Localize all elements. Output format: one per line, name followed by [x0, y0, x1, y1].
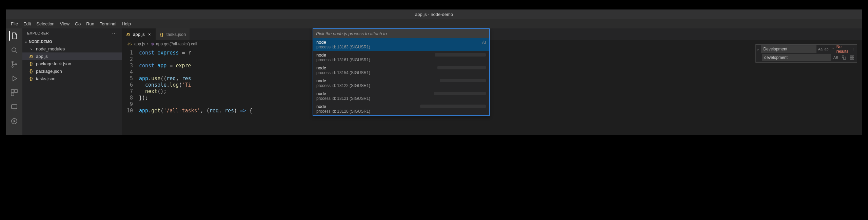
explorer-icon[interactable]	[9, 31, 19, 41]
match-case-icon[interactable]: Aa	[818, 46, 823, 52]
svg-rect-10	[850, 56, 852, 57]
chevron-right-icon: ›	[28, 46, 34, 51]
find-results: No results	[836, 44, 849, 54]
quick-pick: node/uprocess id: 13163 (SIGUSR1)nodepro…	[313, 28, 490, 116]
js-file-icon: JS	[28, 54, 34, 58]
process-item[interactable]: nodeprocess id: 13154 (SIGUSR1)	[313, 64, 489, 77]
close-icon[interactable]: ×	[147, 32, 152, 37]
file-label: tasks.json	[36, 76, 56, 81]
menu-file[interactable]: File	[8, 20, 21, 28]
json-file-icon: {}	[28, 69, 34, 73]
process-detail: process id: 13161 (SIGUSR1)	[316, 58, 486, 62]
svg-point-3	[15, 64, 17, 65]
process-label: node	[316, 65, 326, 70]
quick-pick-input[interactable]	[313, 29, 489, 38]
process-item[interactable]: nodeprocess id: 13122 (SIGUSR1)	[313, 77, 489, 90]
file-label: package.json	[36, 69, 62, 74]
file-tasks-json[interactable]: {}tasks.json	[22, 75, 122, 82]
svg-point-1	[12, 61, 13, 63]
menu-selection[interactable]: Selection	[34, 20, 57, 28]
process-detail: process id: 13163 (SIGUSR1)	[316, 45, 486, 49]
file-label: node_modules	[36, 46, 65, 51]
process-path	[434, 91, 486, 96]
editor-area: JSapp.js×{}tasks.json JS app.js › ⊕ app.…	[122, 28, 862, 135]
chevron-down-icon[interactable]: ⌄	[756, 47, 760, 51]
process-label: node	[316, 91, 326, 96]
more-icon[interactable]: ···	[112, 31, 117, 35]
live-share-icon[interactable]	[9, 116, 19, 126]
svg-rect-11	[852, 56, 854, 57]
svg-rect-7	[12, 105, 17, 109]
run-debug-icon[interactable]	[9, 74, 19, 83]
search-icon[interactable]	[9, 45, 19, 55]
vscode-window: app.js - node-demo FileEditSelectionView…	[6, 9, 862, 135]
source-control-icon[interactable]	[9, 60, 19, 69]
process-path	[440, 78, 486, 83]
activity-bar	[6, 28, 22, 135]
titlebar: app.js - node-demo	[6, 9, 862, 19]
menu-go[interactable]: Go	[72, 20, 83, 28]
json-file-icon: {}	[28, 61, 34, 66]
regex-icon[interactable]: .*	[830, 46, 835, 52]
svg-rect-5	[15, 90, 17, 92]
svg-point-2	[12, 66, 13, 67]
menu-view[interactable]: View	[57, 20, 72, 28]
match-word-icon[interactable]: ab	[824, 46, 829, 52]
file-app-js[interactable]: JSapp.js	[22, 52, 122, 60]
editor-find-widget: ⌄ Aa ab .* No results ↑ AB	[755, 44, 857, 63]
find-input[interactable]	[761, 45, 816, 53]
breadcrumbs[interactable]: JS app.js › ⊕ app.get('/all-tasks') call	[122, 40, 862, 48]
up-arrow-icon[interactable]: ↑	[851, 46, 855, 52]
file-tree: ›node_modulesJSapp.js{}package-lock.json…	[22, 45, 122, 82]
tab-tasks-json[interactable]: {}tasks.json	[156, 28, 190, 40]
svg-rect-12	[850, 58, 852, 59]
editor-tabbar: JSapp.js×{}tasks.json	[122, 28, 862, 40]
svg-rect-6	[11, 93, 14, 96]
sidebar: EXPLORER ··· ⌄ NODE-DEMO ›node_modulesJS…	[22, 28, 122, 135]
process-label: node	[316, 104, 326, 109]
svg-rect-13	[852, 58, 854, 59]
replace-all-icon[interactable]	[849, 54, 855, 61]
sidebar-title: EXPLORER	[27, 31, 49, 35]
svg-point-0	[12, 48, 16, 52]
menu-run[interactable]: Run	[83, 20, 97, 28]
extensions-icon[interactable]	[9, 88, 19, 97]
process-path	[435, 52, 486, 58]
svg-rect-9	[842, 56, 844, 58]
menubar: FileEditSelectionViewGoRunTerminalHelp	[6, 19, 862, 28]
process-detail: process id: 13121 (SIGUSR1)	[316, 96, 486, 101]
process-item[interactable]: node/uprocess id: 13163 (SIGUSR1)	[313, 38, 489, 51]
menu-help[interactable]: Help	[119, 20, 134, 28]
file-label: app.js	[36, 54, 48, 59]
folder-root[interactable]: ⌄ NODE-DEMO	[22, 38, 122, 45]
preserve-case-icon[interactable]: AB	[832, 54, 839, 61]
tab-label: app.js	[133, 32, 145, 37]
js-file-icon: JS	[125, 32, 131, 36]
process-item[interactable]: nodeprocess id: 13121 (SIGUSR1)	[313, 90, 489, 103]
tab-app-js[interactable]: JSapp.js×	[122, 28, 156, 40]
window-title: app.js - node-demo	[415, 12, 453, 17]
file-package-lock-json[interactable]: {}package-lock.json	[22, 60, 122, 67]
process-path	[437, 65, 486, 70]
process-label: node	[316, 40, 326, 45]
menu-edit[interactable]: Edit	[21, 20, 34, 28]
svg-rect-4	[11, 90, 14, 92]
method-icon: ⊕	[151, 42, 154, 46]
file-package-json[interactable]: {}package.json	[22, 67, 122, 75]
remote-icon[interactable]	[9, 102, 19, 112]
code-editor[interactable]: 12345678910 const express = r const app …	[122, 48, 862, 135]
process-label: node	[316, 52, 326, 58]
replace-input[interactable]	[762, 54, 831, 61]
process-path: /u	[482, 40, 486, 45]
process-item[interactable]: nodeprocess id: 13161 (SIGUSR1)	[313, 51, 489, 64]
process-path	[420, 104, 486, 109]
replace-one-icon[interactable]	[841, 54, 847, 61]
file-node-modules[interactable]: ›node_modules	[22, 45, 122, 52]
json-file-icon: {}	[159, 32, 164, 37]
process-detail: process id: 13122 (SIGUSR1)	[316, 83, 486, 88]
chevron-right-icon: ›	[147, 42, 149, 46]
process-detail: process id: 13120 (SIGUSR1)	[316, 109, 486, 114]
menu-terminal[interactable]: Terminal	[97, 20, 119, 28]
process-item[interactable]: nodeprocess id: 13120 (SIGUSR1)	[313, 103, 489, 115]
json-file-icon: {}	[28, 76, 34, 81]
